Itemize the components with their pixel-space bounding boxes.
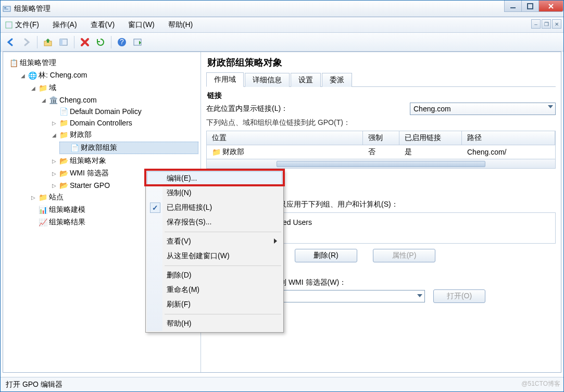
ctx-edit[interactable]: 编辑(E)... (147, 171, 282, 186)
tree-results[interactable]: 组策略结果 (49, 218, 85, 227)
help-button[interactable]: ? (115, 35, 129, 49)
menubar: 文件(F) 操作(A) 查看(V) 窗口(W) 帮助(H) – ❐ ✕ (1, 17, 563, 33)
twist-open-icon[interactable]: ◢ (51, 132, 57, 138)
titlebar: 组策略管理 (1, 1, 563, 17)
app-icon (3, 5, 11, 13)
nav-back-button[interactable] (4, 35, 18, 49)
toolbar: ? (1, 33, 563, 52)
gpos-icon: 📂 (59, 157, 68, 165)
menu-help[interactable]: 帮助(H) (166, 19, 195, 31)
ctx-rename[interactable]: 重命名(M) (147, 283, 282, 297)
tree-gpo-link-label: 财政部组策 (81, 143, 117, 153)
starter-icon: 📂 (59, 181, 68, 189)
properties-button[interactable]: 属性(P) (373, 249, 435, 262)
tree-forest[interactable]: 林: Cheng.com (39, 71, 87, 80)
col-path[interactable]: 路径 (462, 131, 555, 145)
mdi-close[interactable]: ✕ (552, 19, 561, 29)
open-button[interactable]: 打开(O) (433, 289, 485, 303)
links-heading: 链接 (207, 91, 556, 100)
nav-forward-button[interactable] (19, 35, 34, 49)
ctx-enforce[interactable]: 强制(N) (147, 186, 282, 200)
menu-window[interactable]: 窗口(W) (126, 19, 157, 31)
tree-ddp[interactable]: Default Domain Policy (70, 107, 142, 116)
domain-icon: 🏛️ (49, 96, 57, 104)
security-filter-value: ed Users (283, 218, 552, 226)
menu-file[interactable]: 文件(F) (13, 19, 41, 31)
gpo-link-icon: 📄 (70, 144, 79, 152)
tree-starter[interactable]: Starter GPO (70, 181, 110, 189)
results-icon: 📈 (39, 218, 47, 226)
sites-icon: 📁 (39, 193, 47, 201)
row-enabled: 是 (405, 147, 467, 157)
svg-rect-5 (6, 22, 12, 28)
twist-closed-icon[interactable]: ▷ (51, 182, 57, 188)
chevron-down-icon (417, 294, 422, 297)
ctx-view[interactable]: 查看(V) (147, 234, 282, 249)
twist-closed-icon[interactable]: ▷ (30, 194, 36, 200)
tree-ou[interactable]: 财政部 (70, 130, 92, 140)
row-enforced: 否 (368, 147, 405, 157)
tab-settings[interactable]: 设置 (291, 73, 321, 87)
ctx-refresh[interactable]: 刷新(F) (147, 297, 282, 312)
tree-domains[interactable]: 域 (49, 83, 56, 93)
delete-button[interactable] (78, 35, 92, 49)
tab-delegation[interactable]: 委派 (322, 73, 352, 87)
tree-root[interactable]: 组策略管理 (20, 58, 56, 68)
svg-text:?: ? (120, 37, 124, 46)
menu-action[interactable]: 操作(A) (51, 19, 79, 31)
col-enabled[interactable]: 已启用链接 (399, 131, 462, 145)
tab-scope[interactable]: 作用域 (206, 72, 244, 87)
ctx-help[interactable]: 帮助(H) (147, 317, 282, 331)
tree-sites[interactable]: 站点 (49, 193, 64, 202)
chevron-right-icon (274, 238, 277, 244)
twist-closed-icon[interactable]: ▷ (51, 120, 57, 126)
col-enforced[interactable]: 强制 (363, 131, 399, 145)
maximize-button[interactable] (521, 1, 539, 12)
ctx-newwin[interactable]: 从这里创建窗口(W) (147, 249, 282, 263)
close-button[interactable] (538, 1, 563, 12)
tab-details[interactable]: 详细信息 (245, 73, 290, 87)
up-level-button[interactable] (41, 35, 55, 49)
table-row[interactable]: 📁财政部 否 是 Cheng.com/ (207, 145, 555, 159)
details-title: 财政部组策略对象 (207, 56, 556, 69)
menu-view[interactable]: 查看(V) (89, 19, 117, 31)
mdi-restore[interactable]: ❐ (542, 19, 551, 29)
twist-closed-icon[interactable]: ▷ (51, 170, 57, 176)
tree-domain[interactable]: Cheng.com (59, 96, 97, 104)
twist-open-icon[interactable]: ◢ (20, 72, 26, 79)
ctx-save[interactable]: 保存报告(S)... (147, 215, 282, 230)
ou-icon: 📁 (59, 119, 68, 127)
svg-rect-3 (510, 7, 516, 8)
tree-modeling[interactable]: 组策略建模 (49, 205, 85, 214)
twist-open-icon[interactable]: ◢ (41, 97, 47, 103)
window-controls (505, 1, 563, 12)
chevron-down-icon (548, 105, 553, 108)
window-title: 组策略管理 (14, 4, 51, 14)
tree-selected-gpo-link[interactable]: 📄财政部组策 (59, 142, 198, 154)
minimize-button[interactable] (504, 1, 522, 12)
tree-dc[interactable]: Domain Controllers (70, 119, 132, 127)
tree-gpos[interactable]: 组策略对象 (70, 156, 106, 166)
refresh-button[interactable] (93, 35, 108, 49)
horizontal-scrollbar[interactable] (207, 159, 555, 168)
twist-closed-icon[interactable]: ▷ (51, 158, 57, 164)
tab-strip: 作用域 详细信息 设置 委派 (206, 72, 556, 87)
col-location[interactable]: 位置 (207, 131, 363, 145)
row-location: 财政部 (222, 147, 244, 157)
show-hide-tree-button[interactable] (56, 35, 71, 49)
show-links-label: 在此位置内显示链接(L)： (206, 104, 288, 113)
links-table[interactable]: 位置 强制 已启用链接 路径 📁财政部 否 是 Cheng.com/ (206, 131, 556, 169)
ctx-delete[interactable]: 删除(D) (147, 268, 282, 283)
mdi-minimize[interactable]: – (531, 19, 541, 29)
ou-icon: 📁 (212, 148, 220, 156)
wmi-filter-label: 列 WMI 筛选器(W)： (279, 278, 556, 287)
ctx-enabled[interactable]: ✓ 已启用链接(L) (147, 200, 282, 215)
ctx-view-label: 查看(V) (167, 237, 191, 245)
location-combobox[interactable]: Cheng.com (410, 103, 556, 115)
status-text: 打开 GPO 编辑器 (6, 380, 62, 389)
properties-button[interactable] (130, 35, 145, 49)
remove-button[interactable]: 删除(R) (295, 249, 357, 262)
tree-wmi[interactable]: WMI 筛选器 (70, 169, 109, 178)
twist-open-icon[interactable]: ◢ (30, 85, 36, 91)
svg-rect-4 (528, 4, 533, 9)
